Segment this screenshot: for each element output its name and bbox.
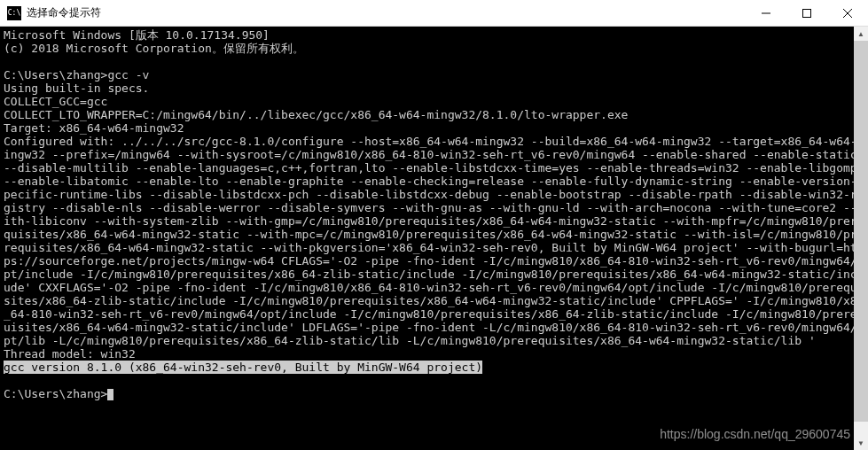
window-titlebar: C:\ 选择命令提示符 xyxy=(0,0,868,27)
terminal-line xyxy=(4,55,864,68)
window-title: 选择命令提示符 xyxy=(27,5,746,20)
terminal-line: (c) 2018 Microsoft Corporation。保留所有权利。 xyxy=(4,42,864,55)
window-controls xyxy=(746,0,868,26)
svg-rect-1 xyxy=(803,9,811,17)
terminal-line: Target: x86_64-w64-mingw32 xyxy=(4,121,864,135)
terminal-line: Thread model: win32 xyxy=(4,347,864,361)
terminal-line: Using built-in specs. xyxy=(4,81,864,95)
terminal-line: Microsoft Windows [版本 10.0.17134.950] xyxy=(4,28,864,42)
terminal-line: Configured with: ../../../src/gcc-8.1.0/… xyxy=(4,135,864,347)
minimize-button[interactable] xyxy=(746,0,786,26)
vertical-scrollbar[interactable]: ▲ ▼ xyxy=(854,27,868,450)
terminal-line: COLLECT_GCC=gcc xyxy=(4,95,864,108)
terminal-line xyxy=(4,374,864,387)
terminal-line-highlighted: gcc version 8.1.0 (x86_64-win32-seh-rev0… xyxy=(4,361,864,374)
cursor xyxy=(107,389,113,400)
scrollbar-thumb[interactable] xyxy=(854,41,868,422)
terminal-line: COLLECT_LTO_WRAPPER=C:/mingw64/bin/../li… xyxy=(4,108,864,121)
scroll-up-arrow[interactable]: ▲ xyxy=(854,27,868,41)
scroll-down-arrow[interactable]: ▼ xyxy=(854,436,868,450)
cmd-icon: C:\ xyxy=(7,6,21,20)
maximize-button[interactable] xyxy=(786,0,827,26)
terminal-output[interactable]: Microsoft Windows [版本 10.0.17134.950](c)… xyxy=(0,27,868,450)
terminal-line: C:\Users\zhang>gcc -v xyxy=(4,68,864,81)
close-button[interactable] xyxy=(827,0,868,26)
terminal-prompt: C:\Users\zhang> xyxy=(4,387,864,400)
